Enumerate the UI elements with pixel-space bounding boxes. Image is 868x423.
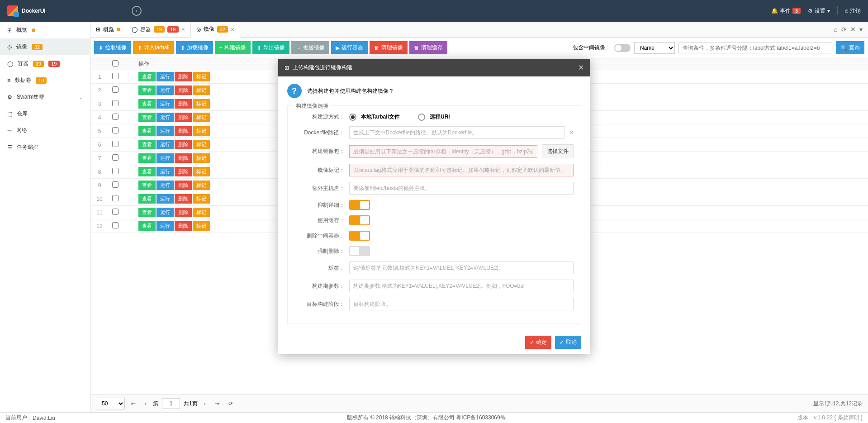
windows-icon: ⊞ <box>285 65 289 71</box>
force-switch[interactable] <box>349 246 370 256</box>
build-options-fieldset: 构建镜像选项 构建源方式： 本地Tarball文件 远程URI Dockerfi… <box>287 105 581 323</box>
build-image-modal: ⊞ 上传构建包进行镜像构建 ✕ ? 选择构建包并使用构建包构建镜像？ 构建镜像选… <box>278 59 590 354</box>
source-local-radio[interactable] <box>349 114 356 121</box>
ok-button[interactable]: ✓ 确定 <box>525 336 551 349</box>
host-input[interactable] <box>349 182 574 195</box>
check-icon: ✓ <box>560 339 564 346</box>
dockerfile-row: Dockerfile路径： ✕ <box>295 126 574 139</box>
tag-row: 镜像标记： <box>295 164 574 176</box>
modal-question-text: 选择构建包并使用构建包构建镜像？ <box>307 87 394 95</box>
source-remote-label: 远程URI <box>430 113 450 121</box>
labels-input[interactable] <box>349 261 574 274</box>
suppress-label: 抑制详细： <box>295 201 345 209</box>
modal-footer: ✓ 确定 ✓ 取消 <box>278 330 590 354</box>
modal-header: ⊞ 上传构建包进行镜像构建 ✕ <box>278 59 590 76</box>
cache-label: 使用缓存： <box>295 217 345 224</box>
choose-file-button[interactable]: 选择文件 <box>542 144 574 158</box>
cache-switch[interactable] <box>349 215 370 225</box>
modal-body: ? 选择构建包并使用构建包构建镜像？ 构建镜像选项 构建源方式： 本地Tarba… <box>278 76 590 330</box>
package-label: 构建镜像包： <box>295 147 345 155</box>
host-row: 额外主机名： <box>295 182 574 195</box>
target-row: 目标构建阶段： <box>295 298 574 310</box>
labels-row: 标签： <box>295 261 574 274</box>
cache-row: 使用缓存： <box>295 215 574 225</box>
source-remote-radio[interactable] <box>418 114 425 121</box>
check-icon: ✓ <box>530 339 534 346</box>
suppress-switch[interactable] <box>349 200 370 210</box>
cancel-button[interactable]: ✓ 取消 <box>555 336 581 349</box>
source-label: 构建源方式： <box>295 113 345 121</box>
suppress-row: 抑制详细： <box>295 200 574 210</box>
args-input[interactable] <box>349 280 574 292</box>
modal-close-button[interactable]: ✕ <box>578 63 584 72</box>
fieldset-legend: 构建镜像选项 <box>293 102 331 110</box>
source-row: 构建源方式： 本地Tarball文件 远程URI <box>295 113 574 121</box>
dockerfile-input[interactable] <box>349 126 564 139</box>
modal-question: ? 选择构建包并使用构建包构建镜像？ <box>287 84 581 98</box>
force-label: 强制删除： <box>295 247 345 255</box>
args-label: 构建期参数： <box>295 282 345 290</box>
force-row: 强制删除： <box>295 246 574 256</box>
rm-row: 删除中间容器： <box>295 231 574 241</box>
host-label: 额外主机名： <box>295 185 345 192</box>
target-label: 目标构建阶段： <box>295 300 345 308</box>
tag-label: 镜像标记： <box>295 166 345 174</box>
tag-input[interactable] <box>349 164 574 176</box>
question-icon: ? <box>287 84 302 98</box>
labels-label: 标签： <box>295 264 345 272</box>
package-row: 构建镜像包： 选择文件 <box>295 144 574 158</box>
target-input[interactable] <box>349 298 574 310</box>
args-row: 构建期参数： <box>295 280 574 292</box>
dockerfile-label: Dockerfile路径： <box>295 129 345 137</box>
rm-switch[interactable] <box>349 231 370 241</box>
source-local-label: 本地Tarball文件 <box>361 113 400 121</box>
modal-title: 上传构建包进行镜像构建 <box>293 64 352 71</box>
clear-icon[interactable]: ✕ <box>569 129 574 136</box>
rm-label: 删除中间容器： <box>295 232 345 240</box>
modal-overlay: ⊞ 上传构建包进行镜像构建 ✕ ? 选择构建包并使用构建包构建镜像？ 构建镜像选… <box>0 0 868 423</box>
package-input[interactable] <box>349 145 537 158</box>
